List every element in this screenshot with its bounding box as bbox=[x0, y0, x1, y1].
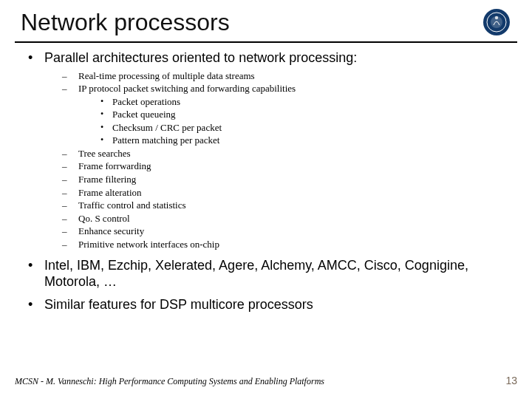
bullet-text: Primitive network interfaces on-chip bbox=[78, 239, 219, 250]
list-item: IP protocol packet switching and forward… bbox=[62, 82, 507, 147]
bullet-text: Tree searches bbox=[78, 148, 131, 159]
list-item: Frame forrwarding bbox=[62, 160, 507, 173]
list-item: Packet operations bbox=[100, 95, 507, 109]
title-divider bbox=[15, 41, 517, 43]
bullet-text: Checksum / CRC per packet bbox=[112, 122, 222, 133]
list-item: Traffic control and statistics bbox=[62, 199, 507, 212]
bullet-text: Packet operations bbox=[112, 96, 180, 107]
list-item: Tree searches bbox=[62, 147, 507, 160]
list-item: Real-time processing of multiple data st… bbox=[62, 69, 507, 83]
list-item: Frame filtering bbox=[62, 173, 507, 186]
bullet-text: Intel, IBM, Ezchip, Xelerated, Agere, Al… bbox=[44, 258, 468, 289]
bullet-text: Pattern matching per packet bbox=[112, 134, 219, 146]
bullet-list-lvl1: Parallel architectures oriented to netwo… bbox=[25, 50, 507, 313]
list-item: Primitive network interfaces on-chip bbox=[62, 238, 507, 251]
bullet-list-lvl2: Real-time processing of multiple data st… bbox=[44, 69, 507, 251]
bullet-text: Parallel architectures oriented to netwo… bbox=[44, 50, 357, 65]
bullet-text: Frame forrwarding bbox=[78, 160, 151, 171]
list-item: Similar features for DSP multicore proce… bbox=[25, 297, 507, 313]
list-item: Intel, IBM, Ezchip, Xelerated, Agere, Al… bbox=[25, 258, 507, 290]
content-area: Parallel architectures oriented to netwo… bbox=[0, 50, 532, 313]
footer-text: MCSN - M. Vanneschi: High Performance Co… bbox=[15, 376, 324, 387]
list-item: Qo. S control bbox=[62, 212, 507, 225]
bullet-text: Frame filtering bbox=[78, 174, 136, 185]
bullet-list-lvl3: Packet operations Packet queueing Checks… bbox=[78, 95, 507, 147]
bullet-text: Similar features for DSP multicore proce… bbox=[44, 297, 313, 312]
page-number: 13 bbox=[505, 375, 517, 386]
list-item: Pattern matching per packet bbox=[100, 134, 507, 147]
list-item: Checksum / CRC per packet bbox=[100, 121, 507, 134]
bullet-text: Real-time processing of multiple data st… bbox=[78, 70, 255, 81]
bullet-text: Traffic control and statistics bbox=[78, 200, 186, 211]
bullet-text: Qo. S control bbox=[78, 213, 130, 224]
bullet-text: IP protocol packet switching and forward… bbox=[78, 83, 296, 94]
slide: Network processors Parallel architecture… bbox=[0, 0, 532, 399]
bullet-text: Packet queueing bbox=[112, 109, 176, 120]
svg-point-3 bbox=[495, 16, 498, 19]
footer: MCSN - M. Vanneschi: High Performance Co… bbox=[15, 375, 517, 387]
list-item: Enhance security bbox=[62, 225, 507, 238]
bullet-text: Enhance security bbox=[78, 225, 144, 236]
list-item: Packet queueing bbox=[100, 108, 507, 121]
bullet-text: Frame alteration bbox=[78, 187, 142, 198]
title-row: Network processors bbox=[0, 0, 532, 37]
slide-title: Network processors bbox=[21, 9, 230, 36]
list-item: Frame alteration bbox=[62, 186, 507, 200]
list-item: Parallel architectures oriented to netwo… bbox=[25, 50, 507, 250]
seal-logo-icon bbox=[482, 7, 511, 37]
